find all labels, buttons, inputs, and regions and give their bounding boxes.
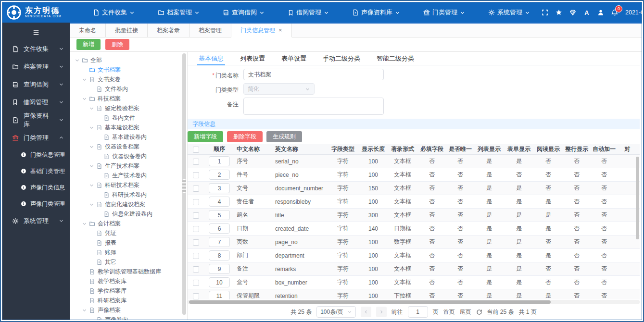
delete-field-button[interactable]: 删除字段 xyxy=(227,131,263,142)
sidebar-item[interactable]: 借阅管理 xyxy=(2,93,70,111)
order-input[interactable]: 4 xyxy=(209,197,230,207)
detail-tab[interactable]: 列表设置 xyxy=(232,52,273,65)
order-input[interactable]: 8 xyxy=(209,250,230,260)
tree-item[interactable]: 仪器设备档案 xyxy=(74,142,181,151)
tree-item[interactable]: 文件卷内 xyxy=(74,84,181,94)
user-button[interactable] xyxy=(597,9,604,16)
detail-tab[interactable]: 表单设置 xyxy=(273,52,315,65)
tree-item[interactable]: 科研档案库 xyxy=(74,296,181,305)
sidebar-item[interactable]: 系统管理 xyxy=(2,212,70,230)
row-checkbox[interactable] xyxy=(193,253,199,259)
select-all-checkbox[interactable] xyxy=(193,147,199,153)
tree-item[interactable]: 报表 xyxy=(74,238,181,248)
generate-rule-button[interactable]: 生成规则 xyxy=(266,131,302,142)
tree-expand-icon[interactable] xyxy=(81,77,88,82)
topnav-menu-item[interactable]: 查询借阅 xyxy=(211,2,276,23)
order-input[interactable]: 6 xyxy=(209,223,230,234)
remark-textarea[interactable] xyxy=(243,98,384,115)
row-checkbox[interactable] xyxy=(193,239,199,246)
tree-item[interactable]: 仪器设备卷内 xyxy=(74,151,181,161)
tree-item[interactable]: 基本建设卷内 xyxy=(74,132,181,142)
workspace-tab[interactable]: 未命名 xyxy=(70,24,106,37)
category-name-input[interactable] xyxy=(243,69,384,80)
tree-item[interactable]: 科研技术卷内 xyxy=(74,190,181,199)
tree-item[interactable]: 其它 xyxy=(74,257,181,267)
row-checkbox[interactable] xyxy=(193,280,199,286)
topnav-menu-item[interactable]: 借阅管理 xyxy=(276,2,341,23)
tree-item[interactable]: 信息化建设档案 xyxy=(74,199,181,209)
tab-close-icon[interactable]: × xyxy=(278,28,282,33)
prev-page-button[interactable] xyxy=(361,307,371,317)
topnav-menu-item[interactable]: 门类管理 xyxy=(412,2,477,23)
workspace-tab[interactable]: 批量挂接 xyxy=(106,24,148,37)
tree-item[interactable]: 声像卷内 xyxy=(74,315,181,320)
horizontal-scrollbar-thumb[interactable] xyxy=(189,300,551,304)
row-checkbox[interactable] xyxy=(193,226,199,232)
tree-item[interactable]: 基本建设档案 xyxy=(74,123,181,132)
next-page-button[interactable] xyxy=(376,307,387,317)
tree-item[interactable]: 教学训练管理基础数据库 xyxy=(74,267,181,276)
tree-item[interactable]: 教学档案库 xyxy=(74,276,181,286)
tree-item[interactable]: 科技档案 xyxy=(74,94,181,103)
tree-expand-icon[interactable] xyxy=(88,202,95,207)
sidebar-item[interactable]: 门类管理 xyxy=(2,129,70,147)
sidebar-subitem[interactable]: 基础门类管理 xyxy=(2,163,70,179)
tree-expand-icon[interactable] xyxy=(88,163,95,169)
last-page-link[interactable]: 尾页 xyxy=(460,308,471,316)
sidebar-item[interactable]: 档案管理 xyxy=(2,58,70,75)
tree-item[interactable]: 文书案卷 xyxy=(74,74,181,84)
tree-item[interactable]: 鉴定检验档案 xyxy=(74,103,181,113)
row-checkbox[interactable] xyxy=(193,266,199,272)
sidebar-subitem[interactable]: 声像门类管理 xyxy=(2,196,70,212)
category-type-select[interactable]: 简化 xyxy=(243,83,315,95)
font-size-button[interactable]: A xyxy=(583,9,590,16)
tree-item[interactable]: 学位档案库 xyxy=(74,286,181,296)
topnav-menu-item[interactable]: 声像资料库 xyxy=(341,2,412,23)
tree-item[interactable]: 文书档案 xyxy=(74,65,181,74)
row-checkbox[interactable] xyxy=(193,159,199,165)
topnav-menu-item[interactable]: 文件收集 xyxy=(81,2,146,23)
topnav-menu-item[interactable]: 系统管理 xyxy=(477,2,542,23)
detail-tab[interactable]: 手动二级分类 xyxy=(315,52,368,65)
bell-button[interactable]: 0 xyxy=(611,9,618,16)
sidebar-item[interactable]: 声像资料库 xyxy=(2,111,70,129)
refresh-icon[interactable] xyxy=(476,309,482,315)
order-input[interactable]: 9 xyxy=(209,264,230,274)
page-size-select[interactable]: 100条/页 xyxy=(316,306,355,318)
tree-item[interactable]: 会计档案 xyxy=(74,219,181,228)
tree-expand-icon[interactable] xyxy=(81,221,88,226)
tree-expand-icon[interactable] xyxy=(88,106,95,111)
order-input[interactable]: 1 xyxy=(209,156,230,166)
sidebar-item[interactable]: 查询借阅 xyxy=(2,75,70,93)
order-input[interactable]: 10 xyxy=(209,277,230,287)
add-button[interactable]: 新增 xyxy=(76,39,101,50)
row-checkbox[interactable] xyxy=(193,172,199,178)
tree-scrollbar[interactable] xyxy=(181,52,188,320)
sidebar-item[interactable]: 文件收集 xyxy=(2,40,70,58)
tree-expand-icon[interactable] xyxy=(81,96,88,101)
tree-expand-icon[interactable] xyxy=(88,183,95,188)
tree-item[interactable]: 全部 xyxy=(74,55,181,65)
tree-expand-icon[interactable] xyxy=(88,144,95,149)
sidebar-subitem[interactable]: 声像门类信息 xyxy=(2,179,70,196)
tree-item[interactable]: 账簿 xyxy=(74,248,181,257)
tree-expand-icon[interactable] xyxy=(81,308,88,313)
sidebar-collapse-button[interactable] xyxy=(2,25,70,40)
table-vertical-scrollbar[interactable] xyxy=(636,157,639,239)
fullscreen-button[interactable] xyxy=(542,9,548,16)
order-input[interactable]: 5 xyxy=(209,210,230,220)
topnav-menu-item[interactable]: 档案管理 xyxy=(146,2,211,23)
workspace-tab[interactable]: 档案管理 xyxy=(189,24,231,37)
row-checkbox[interactable] xyxy=(193,199,199,205)
workspace-tab[interactable]: 门类信息管理× xyxy=(231,24,292,37)
row-checkbox[interactable] xyxy=(193,186,199,192)
tree-expand-icon[interactable] xyxy=(74,58,81,63)
sidebar-subitem[interactable]: 门类信息管理 xyxy=(2,147,70,163)
order-input[interactable]: 2 xyxy=(209,170,230,180)
tree-expand-icon[interactable] xyxy=(88,125,95,130)
star-button[interactable] xyxy=(556,9,562,16)
tree-item[interactable]: 生产技术档案 xyxy=(74,161,181,171)
order-input[interactable]: 7 xyxy=(209,237,230,247)
order-input[interactable]: 3 xyxy=(209,183,230,193)
tree-item[interactable]: 声像档案 xyxy=(74,305,181,315)
